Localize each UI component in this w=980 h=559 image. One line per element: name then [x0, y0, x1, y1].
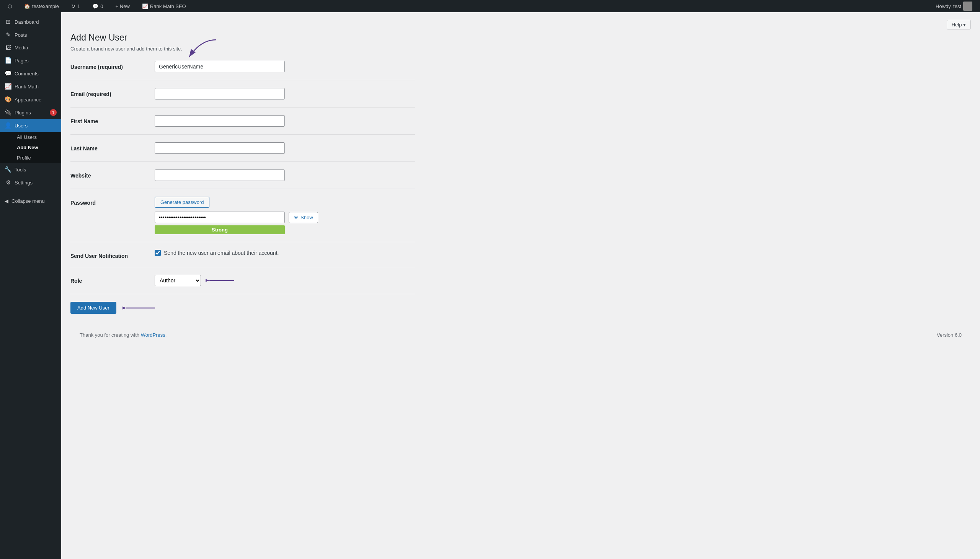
- lastname-label: Last Name: [70, 142, 155, 152]
- username-row: Username (required): [70, 61, 415, 80]
- role-label: Role: [70, 275, 155, 284]
- adminbar-howdy[interactable]: Howdy, test: [932, 0, 975, 12]
- updates-icon: ↻: [71, 3, 75, 9]
- submit-arrow-annotation: [122, 302, 157, 314]
- adminbar-site-name[interactable]: 🏠 testexample: [21, 0, 62, 12]
- settings-icon: ⚙: [5, 179, 12, 186]
- adminbar-new[interactable]: + New: [113, 0, 133, 12]
- role-arrow-annotation: [205, 275, 236, 286]
- firstname-row: First Name: [70, 115, 415, 135]
- submenu-add-new[interactable]: Add New: [14, 142, 61, 153]
- sidebar-item-tools[interactable]: 🔧 Tools: [0, 163, 61, 176]
- sidebar-item-media[interactable]: 🖼 Media: [0, 41, 61, 54]
- adminbar-rank-math[interactable]: 📈 Rank Math SEO: [139, 0, 189, 12]
- password-input[interactable]: [155, 212, 285, 223]
- page-footer: Thank you for creating with WordPress. V…: [70, 326, 971, 344]
- collapse-icon: ◀: [5, 198, 8, 204]
- add-new-user-button[interactable]: Add New User: [70, 302, 116, 314]
- pages-icon: 📄: [5, 57, 12, 64]
- role-select[interactable]: Subscriber Contributor Author Editor Adm…: [155, 275, 201, 286]
- firstname-control: [155, 115, 415, 127]
- username-control: [155, 61, 415, 72]
- sidebar-item-settings[interactable]: ⚙ Settings: [0, 176, 61, 189]
- plugins-badge: 1: [50, 109, 57, 116]
- page-subtitle: Create a brand new user and add them to …: [70, 46, 971, 52]
- adminbar-wp-logo[interactable]: ⬡: [5, 0, 15, 12]
- eye-icon: 👁: [294, 215, 299, 220]
- users-icon: 👤: [5, 122, 12, 129]
- password-strength-indicator: Strong: [155, 225, 285, 234]
- comments-bubble-icon: 💬: [5, 70, 12, 77]
- media-icon: 🖼: [5, 45, 12, 51]
- email-control: [155, 88, 415, 99]
- lastname-row: Last Name: [70, 142, 415, 162]
- username-label: Username (required): [70, 61, 155, 70]
- firstname-input[interactable]: [155, 115, 285, 127]
- tools-icon: 🔧: [5, 166, 12, 173]
- generate-password-button[interactable]: Generate password: [155, 197, 209, 208]
- sidebar-item-dashboard[interactable]: ⊞ Dashboard: [0, 15, 61, 28]
- rank-math-menu-icon: 📈: [5, 83, 12, 90]
- username-input[interactable]: [155, 61, 285, 72]
- rank-math-icon: 📈: [142, 3, 148, 9]
- website-control: [155, 169, 415, 181]
- submit-row: Add New User: [70, 302, 415, 314]
- main-content: Help ▾ Add New User Create a brand new u…: [61, 12, 980, 559]
- email-row: Email (required): [70, 88, 415, 108]
- appearance-icon: 🎨: [5, 96, 12, 103]
- add-user-form: Username (required) Em: [70, 61, 415, 314]
- comments-icon: 💬: [92, 3, 98, 9]
- avatar: [963, 2, 972, 11]
- notification-text: Send the new user an email about their a…: [164, 250, 279, 256]
- site-home-icon: 🏠: [24, 3, 30, 9]
- sidebar-item-appearance[interactable]: 🎨 Appearance: [0, 93, 61, 106]
- users-submenu: All Users Add New Profile: [0, 132, 61, 163]
- sidebar-item-plugins[interactable]: 🔌 Plugins 1: [0, 106, 61, 119]
- admin-bar: ⬡ 🏠 testexample ↻ 1 💬 0 + New 📈 Rank Mat…: [0, 0, 980, 12]
- sidebar-item-rank-math[interactable]: 📈 Rank Math: [0, 80, 61, 93]
- sidebar-item-comments[interactable]: 💬 Comments: [0, 67, 61, 80]
- website-input[interactable]: [155, 169, 285, 181]
- dashboard-icon: ⊞: [5, 18, 12, 25]
- submenu-profile[interactable]: Profile: [14, 153, 61, 163]
- sidebar-item-users[interactable]: 👤 Users: [0, 119, 61, 132]
- adminbar-comments[interactable]: 💬 0: [89, 0, 106, 12]
- password-label: Password: [70, 197, 155, 206]
- role-control: Subscriber Contributor Author Editor Adm…: [155, 275, 415, 286]
- wp-logo-icon: ⬡: [8, 3, 12, 9]
- website-label: Website: [70, 169, 155, 179]
- admin-sidebar: ⊞ Dashboard ✎ Posts 🖼 Media 📄 Pages 💬 Co…: [0, 12, 61, 559]
- password-control: Generate password 👁 Show Strong: [155, 197, 415, 234]
- website-row: Website: [70, 169, 415, 189]
- wordpress-link[interactable]: WordPress.: [141, 332, 167, 338]
- collapse-menu-button[interactable]: ◀ Collapse menu: [0, 195, 61, 207]
- sidebar-item-posts[interactable]: ✎ Posts: [0, 28, 61, 41]
- help-button[interactable]: Help ▾: [947, 20, 971, 30]
- lastname-input[interactable]: [155, 142, 285, 154]
- email-input[interactable]: [155, 88, 285, 99]
- notification-row: Send User Notification Send the new user…: [70, 250, 415, 267]
- page-title: Add New User: [70, 33, 971, 43]
- footer-credit: Thank you for creating with WordPress.: [79, 332, 167, 338]
- lastname-control: [155, 142, 415, 154]
- role-row: Role Subscriber Contributor Author Edito…: [70, 275, 415, 294]
- plugins-icon: 🔌: [5, 109, 12, 116]
- firstname-label: First Name: [70, 115, 155, 124]
- notification-label: Send User Notification: [70, 250, 155, 259]
- posts-icon: ✎: [5, 31, 12, 38]
- adminbar-updates[interactable]: ↻ 1: [68, 0, 83, 12]
- sidebar-item-pages[interactable]: 📄 Pages: [0, 54, 61, 67]
- notification-checkbox[interactable]: [155, 250, 161, 256]
- email-label: Email (required): [70, 88, 155, 97]
- submenu-all-users[interactable]: All Users: [14, 132, 61, 142]
- show-password-button[interactable]: 👁 Show: [289, 212, 318, 223]
- password-row: Password Generate password 👁 Show Strong: [70, 197, 415, 242]
- notification-control: Send the new user an email about their a…: [155, 250, 415, 256]
- footer-version: Version 6.0: [937, 332, 962, 338]
